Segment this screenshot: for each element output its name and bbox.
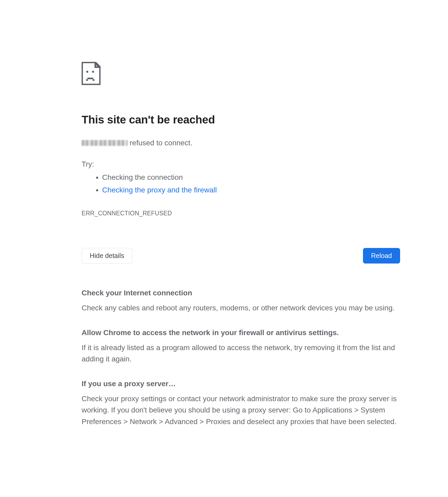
error-summary: refused to connect. (82, 137, 318, 148)
detail-body: Check your proxy settings or contact you… (82, 393, 400, 427)
detail-body: If it is already listed as a program all… (82, 342, 400, 365)
try-item-text: Checking the connection (102, 173, 183, 181)
svg-rect-1 (92, 71, 94, 73)
sad-page-icon (82, 62, 318, 85)
redacted-host (82, 140, 128, 146)
detail-body: Check any cables and reboot any routers,… (82, 302, 400, 314)
svg-rect-4 (93, 79, 94, 81)
proxy-firewall-link[interactable]: Checking the proxy and the firewall (102, 186, 217, 194)
hide-details-button[interactable]: Hide details (82, 248, 132, 264)
summary-suffix: refused to connect. (128, 139, 192, 147)
try-item-connection: Checking the connection (102, 171, 318, 184)
try-block: Try: Checking the connection Checking th… (82, 158, 318, 196)
page-title: This site can't be reached (82, 113, 318, 126)
error-code: ERR_CONNECTION_REFUSED (82, 210, 318, 217)
detail-heading: Check your Internet connection (82, 288, 400, 298)
details-section: Check your Internet connection Check any… (82, 288, 400, 427)
detail-firewall: Allow Chrome to access the network in yo… (82, 327, 400, 365)
detail-heading: If you use a proxy server… (82, 379, 400, 389)
detail-heading: Allow Chrome to access the network in yo… (82, 327, 400, 338)
svg-rect-3 (86, 79, 88, 81)
svg-rect-0 (86, 71, 88, 73)
button-row: Hide details Reload (82, 248, 400, 264)
reload-button[interactable]: Reload (363, 248, 400, 264)
try-label: Try: (82, 158, 318, 171)
svg-rect-2 (87, 78, 93, 79)
detail-check-connection: Check your Internet connection Check any… (82, 288, 400, 314)
try-item-proxy-firewall: Checking the proxy and the firewall (102, 184, 318, 196)
detail-proxy: If you use a proxy server… Check your pr… (82, 379, 400, 427)
error-page: This site can't be reached refused to co… (0, 0, 318, 427)
